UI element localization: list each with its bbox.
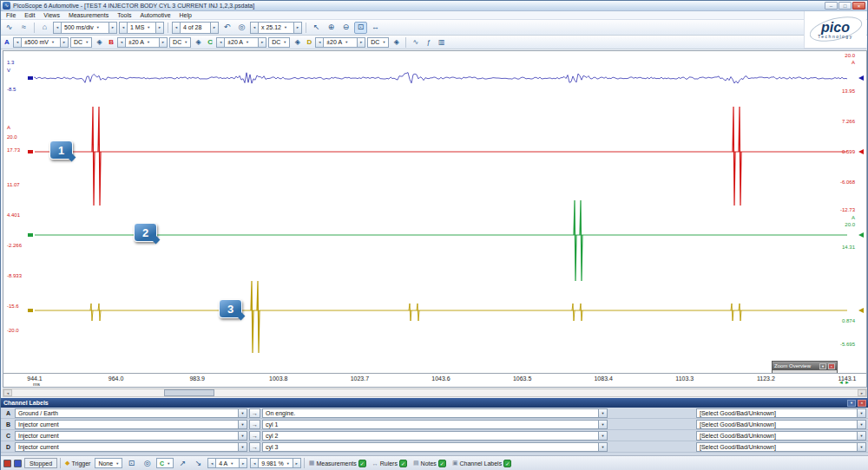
zoom-decrease-button[interactable]: ◄: [250, 22, 259, 34]
rising-edge-icon[interactable]: ↗: [176, 457, 189, 469]
rulers-toggle[interactable]: ↔ Rulers ✓: [371, 458, 409, 469]
chevron-down-icon[interactable]: ▼: [857, 421, 865, 428]
channel-c-coupling-select[interactable]: DC ▼: [268, 37, 290, 48]
channel-type-select[interactable]: Injector current ▼: [15, 420, 247, 429]
chevron-down-icon[interactable]: ▼: [598, 409, 607, 417]
menu-help[interactable]: Help: [175, 11, 196, 19]
chevron-down-icon[interactable]: ▼: [598, 443, 607, 451]
zoom-in-icon[interactable]: ⊕: [325, 22, 338, 34]
scroll-left-icon[interactable]: ◄: [3, 389, 12, 396]
menu-edit[interactable]: Edit: [20, 11, 39, 19]
samples-increase-button[interactable]: ►: [155, 22, 164, 34]
channel-note-select[interactable]: On engine. ▼: [262, 408, 608, 418]
signal-generator-icon[interactable]: ∿: [410, 37, 421, 48]
zoom-overview-titlebar[interactable]: Zoom Overview ▼ ×: [773, 362, 837, 370]
horizontal-scrollbar[interactable]: ◄ ►: [3, 388, 867, 397]
menu-tools[interactable]: Tools: [113, 11, 135, 19]
zoom-out-icon[interactable]: ⊖: [339, 22, 352, 34]
channel-grade-select[interactable]: [Select Good/Bad/Unknown] ▼: [696, 442, 866, 452]
timebase-decrease-button[interactable]: ◄: [53, 22, 62, 34]
channel-b-range-down-button[interactable]: ◄: [117, 37, 126, 48]
timebase-select[interactable]: 500 ms/div ▼: [62, 22, 108, 34]
channel-b-range-up-button[interactable]: ►: [159, 37, 168, 48]
level-decrease-button[interactable]: ◄: [207, 458, 216, 468]
pretrigger-select[interactable]: 9.981 % ▼: [259, 458, 293, 468]
chevron-down-icon[interactable]: ▼: [238, 443, 247, 451]
spectrum-view-icon[interactable]: ≈: [17, 22, 30, 34]
apply-label-button[interactable]: →: [249, 420, 260, 429]
close-button[interactable]: ×: [852, 2, 865, 10]
previous-buffer-button[interactable]: ◄: [172, 22, 181, 34]
channel-type-select[interactable]: Injector current ▼: [15, 442, 247, 452]
channel-a-probe-icon[interactable]: ◈: [94, 37, 105, 48]
chevron-down-icon[interactable]: ▼: [238, 421, 247, 428]
run-button[interactable]: [14, 460, 22, 467]
zoom-increase-button[interactable]: ►: [293, 22, 302, 34]
stop-button[interactable]: [3, 460, 11, 467]
trigger-level-select[interactable]: 4 A ▼: [216, 458, 239, 468]
maximize-button[interactable]: □: [838, 2, 852, 10]
hand-pan-icon[interactable]: ↔: [369, 22, 382, 34]
zoom-overview-window[interactable]: Zoom Overview ▼ ×: [772, 361, 838, 374]
timebase-increase-button[interactable]: ►: [108, 22, 117, 34]
scope-view-icon[interactable]: ∿: [3, 22, 16, 34]
scope-display[interactable]: 1 2 3 Zoom Overview ▼ × 1.3V-8.5A20.017.…: [3, 50, 867, 374]
level-increase-button[interactable]: ►: [239, 458, 247, 468]
channel-grade-select[interactable]: [Select Good/Bad/Unknown] ▼: [696, 420, 866, 429]
channel-b-probe-icon[interactable]: ◈: [193, 37, 204, 48]
minimize-button[interactable]: –: [825, 2, 838, 10]
chevron-down-icon[interactable]: ▼: [598, 432, 607, 440]
notes-toggle[interactable]: ▤ Notes ✓: [411, 458, 448, 469]
panel-collapse-icon[interactable]: ▼: [847, 400, 856, 407]
apply-label-button[interactable]: →: [249, 431, 260, 441]
zoom-overview-collapse-icon[interactable]: ▼: [819, 363, 826, 369]
channel-c-range-select[interactable]: ±20 A ▼: [225, 37, 258, 48]
rapid-trigger-icon[interactable]: ◎: [141, 457, 154, 469]
menu-file[interactable]: File: [2, 11, 20, 19]
trigger-mode-select[interactable]: None ▼: [95, 458, 122, 468]
channel-grade-select[interactable]: [Select Good/Bad/Unknown] ▼: [696, 408, 866, 418]
chevron-down-icon[interactable]: ▼: [238, 409, 247, 417]
channel-type-select[interactable]: Injector current ▼: [15, 431, 247, 441]
apply-label-button[interactable]: →: [249, 408, 260, 418]
home-icon[interactable]: ⌂: [38, 22, 51, 34]
channel-c-probe-icon[interactable]: ◈: [292, 37, 303, 48]
channel-note-select[interactable]: cyl 1 ▼: [262, 420, 608, 429]
channel-c-range-down-button[interactable]: ◄: [216, 37, 225, 48]
menu-measurements[interactable]: Measurements: [64, 11, 113, 19]
pretrigger-decrease-button[interactable]: ◄: [250, 458, 259, 468]
undo-zoom-icon[interactable]: ↶: [220, 22, 233, 34]
channel-note-select[interactable]: cyl 2 ▼: [262, 431, 608, 441]
zoom-100-icon[interactable]: ◎: [235, 22, 248, 34]
channel-note-select[interactable]: cyl 3 ▼: [262, 442, 608, 452]
chevron-down-icon[interactable]: ▼: [857, 443, 865, 451]
normal-select-icon[interactable]: ↖: [310, 22, 323, 34]
channel-b-range-select[interactable]: ±20 A ▼: [126, 37, 159, 48]
chevron-down-icon[interactable]: ▼: [238, 432, 247, 440]
zoom-overview-close-icon[interactable]: ×: [828, 363, 835, 369]
channel-a-coupling-select[interactable]: DC ▼: [70, 37, 92, 48]
channel-d-probe-icon[interactable]: ◈: [391, 37, 402, 48]
marquee-zoom-icon[interactable]: ⊡: [354, 22, 367, 34]
falling-edge-icon[interactable]: ↘: [192, 457, 205, 469]
measurements-toggle[interactable]: ▦ Measurements ✓: [307, 458, 368, 469]
pretrigger-increase-button[interactable]: ►: [293, 458, 301, 468]
samples-select[interactable]: 1 MS ▼: [128, 22, 155, 34]
reference-waveform-icon[interactable]: ▥: [436, 37, 447, 48]
scrollbar-thumb[interactable]: [164, 389, 214, 396]
menu-automotive[interactable]: Automotive: [136, 11, 175, 19]
advanced-trigger-icon[interactable]: ⊡: [125, 457, 138, 469]
channel-a-range-up-button[interactable]: ►: [60, 37, 69, 48]
channel-labels-toggle[interactable]: ▣ Channel Labels ✓: [450, 458, 513, 469]
panel-close-icon[interactable]: ×: [858, 400, 866, 407]
chevron-down-icon[interactable]: ▼: [857, 409, 865, 417]
math-channels-icon[interactable]: ƒ: [423, 37, 434, 48]
channel-a-range-down-button[interactable]: ◄: [13, 37, 22, 48]
channel-type-select[interactable]: Ground / Earth ▼: [15, 408, 247, 418]
zoom-factor-select[interactable]: x 25.12 ▼: [259, 22, 293, 34]
scroll-right-icon[interactable]: ►: [858, 389, 866, 396]
channel-b-coupling-select[interactable]: DC ▼: [169, 37, 191, 48]
channel-a-range-select[interactable]: ±500 mV ▼: [22, 37, 60, 48]
trigger-channel-select[interactable]: C ▼: [156, 458, 174, 468]
channel-d-range-down-button[interactable]: ◄: [315, 37, 324, 48]
